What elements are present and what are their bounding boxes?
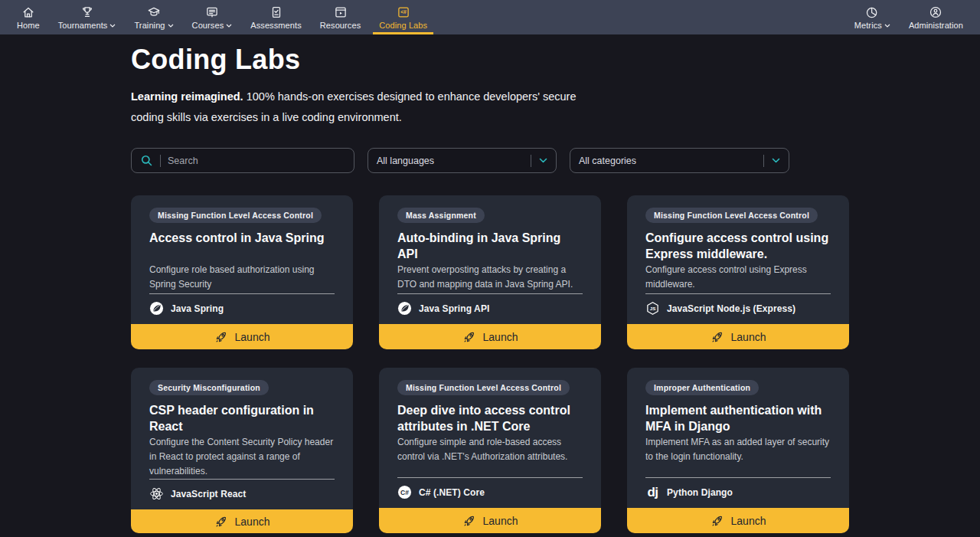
tech-row: JS JavaScript Node.js (Express) bbox=[645, 294, 831, 324]
chevron-down-icon bbox=[884, 24, 890, 28]
nav-item-label: Home bbox=[17, 21, 40, 30]
labs-card-grid: Missing Function Level Access Control Ac… bbox=[131, 195, 849, 533]
lab-description: Prevent overposting attacks by creating … bbox=[397, 263, 583, 293]
lab-card: Mass Assignment Auto-binding in Java Spr… bbox=[379, 195, 601, 349]
categories-dropdown[interactable]: All categories bbox=[570, 148, 789, 173]
tech-label: Python Django bbox=[667, 487, 733, 498]
main-content: Coding Labs Learning reimagined. 100% ha… bbox=[0, 34, 980, 533]
search-box bbox=[131, 148, 354, 173]
chevron-down-icon bbox=[109, 24, 116, 28]
filter-bar: All languages All categories bbox=[131, 148, 849, 173]
categories-dropdown-value: All categories bbox=[579, 156, 636, 166]
rocket-icon bbox=[462, 514, 476, 528]
django-icon: dj bbox=[645, 485, 660, 499]
languages-dropdown[interactable]: All languages bbox=[368, 148, 557, 173]
chevron-down-icon bbox=[168, 24, 174, 28]
csharp-icon: C# bbox=[397, 485, 412, 499]
browser-play-icon bbox=[334, 5, 348, 19]
active-tab-underline bbox=[373, 32, 433, 34]
lab-description: Configure access control using Express m… bbox=[645, 263, 831, 293]
nav-item-training[interactable]: Training bbox=[125, 0, 182, 34]
launch-label: Launch bbox=[731, 515, 766, 527]
lab-card: Missing Function Level Access Control De… bbox=[379, 368, 601, 533]
java-spring-icon bbox=[149, 301, 164, 316]
lab-title: Access control in Java Spring bbox=[149, 231, 335, 263]
lab-description: Configure role based authorization using… bbox=[149, 263, 335, 293]
dropdown-divider bbox=[763, 155, 764, 167]
vulnerability-badge: Missing Function Level Access Control bbox=[397, 380, 570, 395]
launch-button[interactable]: Launch bbox=[131, 509, 353, 533]
tech-row: dj Python Django bbox=[645, 478, 831, 508]
vulnerability-badge: Security Misconfiguration bbox=[149, 380, 269, 395]
clipboard-check-icon bbox=[270, 5, 283, 19]
nav-item-label: Courses bbox=[192, 21, 224, 30]
rocket-icon bbox=[214, 330, 228, 344]
nav-item-label: Training bbox=[134, 21, 165, 30]
svg-text:JS: JS bbox=[650, 306, 656, 311]
launch-button[interactable]: Launch bbox=[627, 324, 849, 349]
rocket-icon bbox=[462, 330, 476, 344]
launch-label: Launch bbox=[483, 331, 518, 343]
launch-label: Launch bbox=[235, 331, 270, 343]
nav-item-resources[interactable]: Resources bbox=[311, 0, 370, 34]
nav-item-tournaments[interactable]: Tournaments bbox=[49, 0, 126, 34]
svg-text:C#: C# bbox=[400, 489, 409, 496]
tech-row: Java Spring bbox=[149, 294, 335, 324]
dropdown-divider bbox=[531, 155, 531, 167]
graduation-cap-icon bbox=[147, 5, 161, 19]
page-subtitle: Learning reimagined. 100% hands-on exerc… bbox=[131, 87, 609, 128]
rocket-icon bbox=[710, 330, 724, 344]
lab-card: Missing Function Level Access Control Co… bbox=[627, 195, 849, 349]
nodejs-icon: JS bbox=[645, 301, 660, 316]
chevron-down-icon bbox=[226, 24, 232, 28]
react-icon bbox=[149, 486, 164, 501]
languages-dropdown-value: All languages bbox=[377, 156, 434, 166]
nav-item-label: Coding Labs bbox=[379, 21, 427, 30]
tech-label: JavaScript React bbox=[171, 489, 246, 499]
chevron-down-icon bbox=[772, 158, 780, 163]
tech-label: JavaScript Node.js (Express) bbox=[667, 303, 795, 314]
chevron-down-icon bbox=[539, 158, 547, 163]
lab-card: Missing Function Level Access Control Ac… bbox=[131, 195, 353, 349]
lab-description: Configure simple and role-based access c… bbox=[397, 435, 583, 477]
nav-right-group: Metrics Administration bbox=[845, 0, 972, 34]
lab-card: Security Misconfiguration CSP header con… bbox=[131, 368, 353, 533]
tech-label: Java Spring bbox=[171, 303, 224, 314]
vulnerability-badge: Missing Function Level Access Control bbox=[149, 208, 322, 223]
courses-board-icon bbox=[205, 5, 219, 19]
launch-button[interactable]: Launch bbox=[627, 508, 849, 533]
nav-item-coding-labs[interactable]: <# Coding Labs bbox=[370, 0, 436, 34]
vulnerability-badge: Mass Assignment bbox=[397, 208, 485, 223]
svg-text:<#: <# bbox=[400, 9, 407, 15]
launch-button[interactable]: Launch bbox=[131, 324, 353, 349]
nav-item-courses[interactable]: Courses bbox=[183, 0, 242, 34]
rocket-icon bbox=[214, 515, 228, 529]
launch-button[interactable]: Launch bbox=[379, 324, 601, 349]
nav-left-group: Home Tournaments Training Courses Assess… bbox=[8, 0, 436, 34]
launch-label: Launch bbox=[235, 516, 270, 528]
tech-row: JavaScript React bbox=[149, 480, 335, 509]
nav-item-metrics[interactable]: Metrics bbox=[845, 0, 900, 34]
rocket-icon bbox=[710, 514, 724, 528]
lab-title: Deep dive into access control attributes… bbox=[397, 403, 583, 435]
lab-description: Configure the Content Security Policy he… bbox=[149, 435, 335, 479]
lab-title: CSP header configuration in React bbox=[149, 403, 335, 435]
nav-item-label: Assessments bbox=[250, 21, 302, 30]
nav-item-assessments[interactable]: Assessments bbox=[241, 0, 311, 34]
search-icon bbox=[140, 154, 153, 167]
launch-label: Launch bbox=[483, 515, 518, 527]
lab-title: Configure access control using Express m… bbox=[645, 231, 831, 263]
pie-chart-icon bbox=[865, 5, 879, 19]
tech-label: C# (.NET) Core bbox=[419, 487, 485, 498]
lab-card: Improper Authentication Implement authen… bbox=[627, 368, 849, 533]
launch-button[interactable]: Launch bbox=[379, 508, 601, 533]
nav-item-home[interactable]: Home bbox=[8, 0, 49, 34]
launch-label: Launch bbox=[731, 331, 766, 343]
user-badge-icon bbox=[929, 5, 942, 19]
top-navigation: Home Tournaments Training Courses Assess… bbox=[0, 0, 980, 34]
search-input[interactable] bbox=[168, 156, 345, 166]
tech-row: C# C# (.NET) Core bbox=[397, 478, 583, 508]
nav-item-administration[interactable]: Administration bbox=[900, 0, 972, 34]
vulnerability-badge: Improper Authentication bbox=[645, 380, 759, 395]
lab-title: Implement authentication with MFA in Dja… bbox=[645, 403, 831, 435]
